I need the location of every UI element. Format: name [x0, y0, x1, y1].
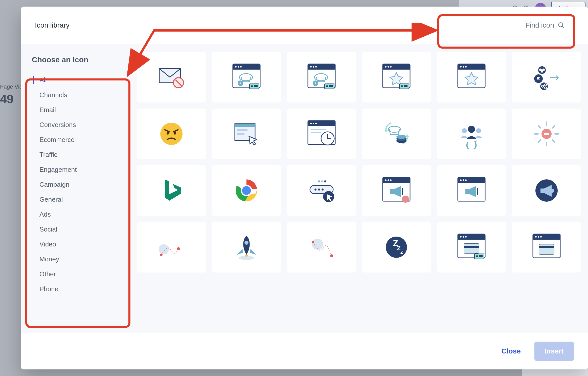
icon-tile-bounce-path-alt-icon[interactable]	[287, 222, 356, 273]
search-icon	[558, 22, 565, 29]
icon-tile-browser-add-cart-alt-icon[interactable]	[287, 52, 356, 102]
insert-button[interactable]: Insert	[534, 342, 574, 361]
social-share-arrow-icon	[531, 62, 562, 92]
icon-tile-bounce-path-icon[interactable]	[137, 222, 206, 273]
category-item-social[interactable]: Social	[32, 222, 121, 237]
icon-tile-browser-add-cart-icon[interactable]	[212, 52, 281, 102]
bounce-path-alt-icon	[306, 232, 337, 262]
browser-clock-icon	[306, 119, 337, 149]
category-item-conversions[interactable]: Conversions	[32, 117, 121, 132]
rocket-launch-icon	[231, 232, 262, 262]
modal-body: Choose an Icon AllChannelsEmailConversio…	[21, 44, 588, 333]
search-placeholder: Find icon	[525, 21, 554, 29]
bing-logo-icon	[156, 175, 187, 206]
icon-grid	[137, 52, 581, 273]
category-item-other[interactable]: Other	[32, 267, 121, 282]
category-list: AllChannelsEmailConversionsEcommerceTraf…	[32, 73, 121, 297]
icon-tile-angry-face-icon[interactable]	[137, 109, 206, 159]
browser-click-icon	[231, 119, 262, 149]
modal-footer: Close Insert	[21, 333, 588, 369]
browser-campaign-alert-icon	[381, 175, 412, 206]
icon-tile-browser-clock-icon[interactable]	[287, 109, 356, 159]
icon-tile-browser-favorite-icon[interactable]	[437, 52, 506, 102]
icon-tile-browser-card-icon[interactable]	[512, 222, 581, 273]
icon-tile-users-refresh-icon[interactable]	[437, 109, 506, 159]
category-sidebar: Choose an Icon AllChannelsEmailConversio…	[21, 44, 130, 333]
icon-tile-sleep-zzz-icon[interactable]	[362, 222, 431, 273]
browser-card-icon	[531, 232, 562, 262]
chrome-logo-icon	[231, 175, 262, 206]
category-item-money[interactable]: Money	[32, 252, 121, 267]
close-button[interactable]: Close	[495, 343, 527, 360]
bounce-path-icon	[156, 232, 187, 262]
users-refresh-icon	[456, 119, 487, 149]
metric-label: Page Vie	[0, 83, 22, 90]
category-item-all[interactable]: All	[32, 73, 121, 88]
category-item-channels[interactable]: Channels	[32, 88, 121, 102]
icon-tile-social-share-arrow-icon[interactable]	[512, 52, 581, 102]
icon-tile-megaphone-circle-icon[interactable]	[512, 165, 581, 216]
sidebar-heading: Choose an Icon	[32, 55, 121, 64]
angry-face-icon	[156, 119, 187, 149]
background-left-metric: Page Vie 49	[0, 83, 22, 106]
sleep-zzz-icon	[381, 232, 412, 262]
search-input[interactable]: Find icon	[516, 17, 574, 34]
email-blocked-icon	[156, 62, 187, 92]
icon-tile-browser-favorite-price-icon[interactable]	[362, 52, 431, 102]
category-item-campaign[interactable]: Campaign	[32, 177, 121, 192]
icon-library-modal: Icon library Find icon Choose an Icon Al…	[21, 7, 588, 369]
megaphone-circle-icon	[531, 175, 562, 206]
category-item-engagement[interactable]: Engagement	[32, 162, 121, 177]
icon-tile-loading-stop-icon[interactable]	[512, 109, 581, 159]
icon-tile-browser-click-icon[interactable]	[212, 109, 281, 159]
browser-campaign-icon	[456, 175, 487, 206]
category-item-general[interactable]: General	[32, 192, 121, 207]
browser-favorite-icon	[456, 62, 487, 92]
cart-refresh-coins-icon	[381, 119, 412, 149]
icon-tile-input-click-icon[interactable]	[287, 165, 356, 216]
icon-tile-cart-refresh-coins-icon[interactable]	[362, 109, 431, 159]
icon-grid-scroll[interactable]	[130, 44, 588, 333]
icon-tile-browser-card-price-icon[interactable]	[437, 222, 506, 273]
category-item-phone[interactable]: Phone	[32, 282, 121, 297]
modal-title: Icon library	[35, 21, 70, 29]
svg-point-0	[559, 23, 563, 27]
icon-tile-browser-campaign-icon[interactable]	[437, 165, 506, 216]
icon-tile-rocket-launch-icon[interactable]	[212, 222, 281, 273]
svg-line-1	[562, 26, 564, 28]
icon-tile-bing-logo-icon[interactable]	[137, 165, 206, 216]
metric-value: 49	[0, 92, 22, 106]
category-item-email[interactable]: Email	[32, 102, 121, 117]
browser-card-price-icon	[456, 232, 487, 262]
category-item-ecommerce[interactable]: Ecommerce	[32, 132, 121, 147]
icon-tile-email-blocked-icon[interactable]	[137, 52, 206, 102]
browser-add-cart-icon	[231, 62, 262, 92]
modal-header: Icon library Find icon	[21, 7, 588, 44]
icon-tile-browser-campaign-alert-icon[interactable]	[362, 165, 431, 216]
category-item-ads[interactable]: Ads	[32, 207, 121, 222]
category-item-video[interactable]: Video	[32, 237, 121, 252]
browser-favorite-price-icon	[381, 62, 412, 92]
category-item-traffic[interactable]: Traffic	[32, 147, 121, 162]
icon-tile-chrome-logo-icon[interactable]	[212, 165, 281, 216]
loading-stop-icon	[531, 119, 562, 149]
input-click-icon	[306, 175, 337, 206]
browser-add-cart-alt-icon	[306, 62, 337, 92]
